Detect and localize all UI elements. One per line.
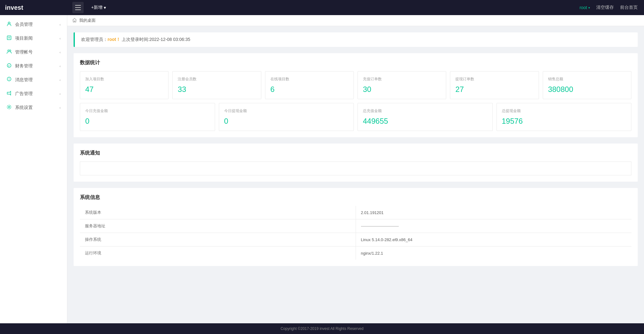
- chevron-down-icon: ▾: [104, 5, 106, 10]
- welcome-username: root！: [108, 37, 120, 42]
- stat-card-r2-1: 今日提现金额 0: [219, 103, 354, 131]
- main-content: 欢迎管理员：root！ 上次登录时间:2022-12-08 03:06:35 数…: [67, 26, 644, 323]
- sysinfo-value-1: [356, 219, 631, 233]
- breadcrumb-label: 我的桌面: [79, 18, 96, 23]
- home-icon: [72, 18, 77, 23]
- sidebar-members-label: 会员管理: [15, 22, 56, 27]
- sysinfo-value-2: Linux 5.14.0-282.el9.x86_64: [356, 233, 631, 246]
- add-button[interactable]: +新增 ▾: [89, 3, 108, 12]
- stat-card-3: 充值订单数 30: [358, 71, 446, 99]
- user-label: root: [580, 5, 587, 10]
- stat-label-r2-0: 今日充值金额: [85, 108, 210, 114]
- sidebar-arrow-icon: ‹: [59, 23, 61, 26]
- stat-card-1: 注册会员数 33: [172, 71, 261, 99]
- user-dropdown-icon: ▾: [588, 6, 590, 9]
- sidebar-arrow-icon: ‹: [59, 37, 61, 40]
- stat-label-1: 注册会员数: [178, 76, 256, 82]
- navbar: invest +新增 ▾ root ▾ 清空缓存 前台首页: [0, 0, 644, 15]
- stat-value-0: 47: [85, 85, 163, 94]
- sysinfo-value-0: 2.01.191201: [356, 206, 631, 219]
- stat-card-2: 在线项目数 6: [265, 71, 354, 99]
- stat-label-4: 提现订单数: [455, 76, 533, 82]
- stat-label-r2-2: 总充值金额: [363, 108, 487, 114]
- user-menu[interactable]: root ▾: [580, 5, 590, 10]
- sysinfo-label-1: 服务器地址: [80, 219, 356, 233]
- stat-card-4: 提现订单数 27: [450, 71, 539, 99]
- svg-point-5: [9, 50, 11, 52]
- stat-label-r2-3: 总提现金额: [502, 108, 626, 114]
- accounts-icon: [6, 49, 12, 55]
- stats-section: 数据统计 加入项目数 47 注册会员数 33 在线项目数 6: [74, 53, 638, 137]
- stat-card-5: 销售总额 380800: [543, 71, 631, 99]
- sidebar-item-news[interactable]: 项目新闻 ‹: [0, 31, 67, 45]
- sidebar-item-ads[interactable]: 广告管理 ‹: [0, 87, 67, 101]
- svg-point-0: [8, 22, 10, 24]
- sidebar-item-accounts[interactable]: 管理帐号 ‹: [0, 45, 67, 59]
- welcome-last-login: 上次登录时间:2022-12-08 03:06:35: [122, 37, 190, 42]
- breadcrumb-bar: 我的桌面: [67, 15, 644, 26]
- stats-row1: 加入项目数 47 注册会员数 33 在线项目数 6 充值订单数 30: [80, 71, 631, 99]
- welcome-banner: 欢迎管理员：root！ 上次登录时间:2022-12-08 03:06:35: [74, 32, 638, 47]
- sysinfo-row-0: 系统版本 2.01.191201: [80, 206, 631, 219]
- stat-value-r2-0: 0: [85, 117, 210, 126]
- sysinfo-label-0: 系统版本: [80, 206, 356, 219]
- welcome-prefix: 欢迎管理员：: [81, 37, 108, 42]
- menu-toggle-button[interactable]: [72, 2, 84, 13]
- stat-value-r2-3: 19576: [502, 117, 626, 126]
- notice-content: [80, 161, 631, 175]
- svg-point-9: [9, 80, 9, 80]
- server-line-indicator: [361, 226, 399, 227]
- sidebar-settings-label: 系统设置: [15, 105, 56, 110]
- stat-value-5: 380800: [548, 85, 626, 94]
- sidebar-item-finance[interactable]: ¥ 财务管理 ‹: [0, 59, 67, 73]
- sysinfo-title: 系统信息: [80, 194, 631, 201]
- stat-value-3: 30: [363, 85, 441, 94]
- stat-value-4: 27: [455, 85, 533, 94]
- settings-icon: [6, 105, 12, 111]
- sysinfo-row-1: 服务器地址: [80, 219, 631, 233]
- stat-label-r2-1: 今日提现金额: [224, 108, 349, 114]
- sysinfo-label-3: 运行环境: [80, 246, 356, 260]
- frontend-link[interactable]: 前台首页: [620, 5, 638, 10]
- navbar-right: root ▾ 清空缓存 前台首页: [580, 5, 644, 10]
- sidebar-item-members[interactable]: 会员管理 ‹: [0, 18, 67, 31]
- svg-rect-1: [7, 36, 11, 40]
- svg-point-10: [8, 106, 10, 108]
- main-layout: 会员管理 ‹ 项目新闻 ‹ 管: [0, 15, 644, 323]
- stats-row2: 今日充值金额 0 今日提现金额 0 总充值金额 449655 总提现金额 195…: [80, 103, 631, 131]
- svg-point-4: [8, 50, 9, 52]
- finance-icon: ¥: [6, 63, 12, 69]
- sidebar-arrow-icon: ‹: [59, 78, 61, 82]
- stat-label-3: 充值订单数: [363, 76, 441, 82]
- stat-card-r2-3: 总提现金额 19576: [497, 103, 632, 131]
- news-icon: [6, 35, 12, 42]
- ads-icon: [6, 91, 12, 97]
- stat-card-r2-0: 今日充值金额 0: [80, 103, 215, 131]
- sysinfo-value-3: nginx/1.22.1: [356, 246, 631, 260]
- sidebar-arrow-icon: ‹: [59, 92, 61, 96]
- sidebar-arrow-icon: ‹: [59, 64, 61, 68]
- stat-value-r2-1: 0: [224, 117, 349, 126]
- notice-title: 系统通知: [80, 150, 631, 156]
- sidebar: 会员管理 ‹ 项目新闻 ‹ 管: [0, 15, 67, 323]
- stat-card-0: 加入项目数 47: [80, 71, 169, 99]
- stat-value-r2-2: 449655: [363, 117, 487, 126]
- content-area: 我的桌面 欢迎管理员：root！ 上次登录时间:2022-12-08 03:06…: [67, 15, 644, 323]
- stat-value-1: 33: [178, 85, 256, 94]
- messages-icon: [6, 77, 12, 83]
- app-brand: invest: [5, 4, 72, 11]
- footer: Copyright ©2017-2019 invest All Rights R…: [0, 323, 644, 334]
- sysinfo-section: 系统信息 系统版本 2.01.191201 服务器地址 操作系统 Linux 5…: [74, 188, 638, 266]
- member-icon: [6, 21, 12, 28]
- sidebar-ads-label: 广告管理: [15, 91, 56, 97]
- stat-label-0: 加入项目数: [85, 76, 163, 82]
- sysinfo-row-2: 操作系统 Linux 5.14.0-282.el9.x86_64: [80, 233, 631, 246]
- svg-text:¥: ¥: [8, 65, 10, 67]
- clear-cache-button[interactable]: 清空缓存: [596, 5, 614, 10]
- sidebar-item-messages[interactable]: 消息管理 ‹: [0, 73, 67, 87]
- sidebar-item-settings[interactable]: 系统设置 ‹: [0, 101, 67, 115]
- sysinfo-table: 系统版本 2.01.191201 服务器地址 操作系统 Linux 5.14.0…: [80, 206, 631, 260]
- stat-label-5: 销售总额: [548, 76, 626, 82]
- stats-title: 数据统计: [80, 59, 631, 66]
- footer-text: Copyright ©2017-2019 invest All Rights R…: [280, 326, 364, 331]
